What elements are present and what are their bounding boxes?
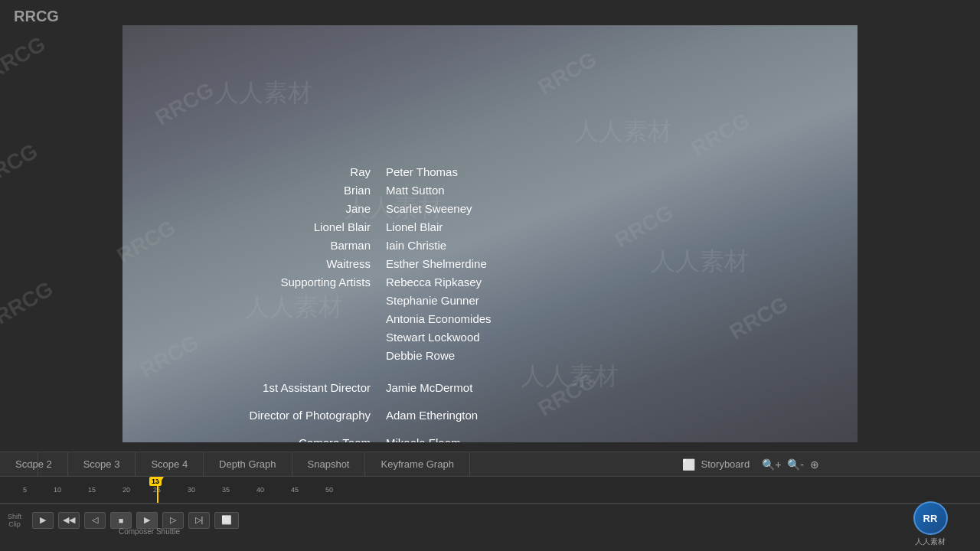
credit-row-lionel: Lionel Blair Lionel Blair	[168, 218, 812, 236]
scope1-partial: 1	[0, 452, 38, 477]
prev-frame-button[interactable]: ◀◀	[58, 512, 80, 529]
timeline-ruler[interactable]: 5 10 15 20 25 30 35 40 45 50 13	[0, 477, 980, 504]
credits-overlay: Ray Peter Thomas Brian Matt Sutton Jane …	[122, 163, 858, 442]
watermark-3: RRCG	[0, 139, 42, 192]
play-button[interactable]: ▶	[136, 512, 158, 529]
tab-scope4[interactable]: Scope 4	[136, 452, 204, 477]
credit-role-lionel: Lionel Blair	[168, 218, 383, 236]
bottom-right-logo: RR 人人素材	[888, 501, 972, 547]
storyboard-tab-label[interactable]: Storyboard	[701, 458, 750, 470]
credit-role-supporting: Supporting Artists	[168, 273, 383, 365]
logo-text: 人人素材	[915, 536, 946, 547]
tab-scope3[interactable]: Scope 3	[68, 452, 136, 477]
credit-role-brian: Brian	[168, 181, 383, 200]
ruler-mark-10: 10	[54, 477, 61, 494]
ruler-mark-35: 35	[222, 477, 230, 494]
next-mark-button[interactable]: ▷|	[188, 512, 210, 529]
watermark-1: RRCG	[0, 32, 50, 85]
credit-name-brian: Matt Sutton	[383, 181, 812, 200]
credit-row-asst-director: 1st Assistant Director Jamie McDermot	[168, 379, 812, 397]
credit-row-barman: Barman Iain Christie	[168, 236, 812, 255]
credit-name-jane: Scarlet Sweeney	[383, 200, 812, 218]
credit-role-jane: Jane	[168, 200, 383, 218]
ruler-mark-50: 50	[325, 477, 333, 494]
credit-role-barman: Barman	[168, 236, 383, 255]
storyboard-icon: ⬜	[682, 458, 695, 471]
ruler-mark-40: 40	[256, 477, 264, 494]
tab-keyframe[interactable]: Keyframe Graph	[365, 452, 469, 477]
tab-snapshot[interactable]: Snapshot	[292, 452, 366, 477]
credit-row-waitress: Waitress Esther Shelmerdine	[168, 255, 812, 273]
ruler-mark-30: 30	[188, 477, 195, 494]
spacer-2	[168, 397, 383, 406]
credit-row-supporting: Supporting Artists Rebecca Ripkasey Step…	[168, 273, 812, 365]
credit-name-waitress: Esther Shelmerdine	[383, 255, 812, 273]
credit-name-lionel: Lionel Blair	[383, 218, 812, 236]
play-back-button[interactable]: ▶	[32, 512, 54, 529]
credit-row-ray: Ray Peter Thomas	[168, 163, 812, 181]
clip-label: Clip	[8, 520, 21, 528]
credit-role-asst-director: 1st Assistant Director	[168, 379, 383, 397]
step-back-button[interactable]: ◁	[84, 512, 106, 529]
zoom-in-icon[interactable]: 🔍+	[762, 458, 781, 471]
credit-name-asst-director: Jamie McDermot	[383, 379, 812, 397]
credit-role-waitress: Waitress	[168, 255, 383, 273]
credit-role-camera: Camera Team	[168, 434, 383, 442]
spacer-3	[168, 425, 383, 434]
playhead-arrow	[156, 477, 164, 483]
credit-role-ray: Ray	[168, 163, 383, 181]
credit-names-supporting: Rebecca Ripkasey Stephanie Gunner Antoni…	[383, 273, 812, 365]
credit-row-jane: Jane Scarlet Sweeney	[168, 200, 812, 218]
zoom-fit-icon[interactable]: ⊕	[810, 458, 819, 471]
zoom-out-icon[interactable]: 🔍-	[787, 458, 804, 471]
shift-label: Shift	[8, 513, 21, 520]
ruler-mark-5: 5	[23, 477, 27, 494]
spacer-1	[168, 365, 383, 379]
credit-row-camera: Camera Team Mikaela Floom Francesco Bor.…	[168, 434, 812, 442]
stop-button[interactable]: ■	[110, 512, 132, 529]
credit-role-dop: Director of Photography	[168, 406, 383, 425]
top-logo: RRCG	[14, 8, 59, 25]
video-player: Ray Peter Thomas Brian Matt Sutton Jane …	[122, 25, 858, 442]
fullscreen-button[interactable]: ⬜	[214, 512, 239, 529]
playhead[interactable]: 13	[157, 477, 158, 503]
credit-names-camera: Mikaela Floom Francesco Bor... Bradley D…	[383, 434, 812, 442]
ruler-mark-20: 20	[122, 477, 130, 494]
scope-tabs: 1 Scope 2 Scope 3 Scope 4 Depth Graph Sn…	[0, 452, 980, 477]
credit-name-dop: Adam Etherington	[383, 406, 812, 425]
next-frame-button[interactable]: ▷	[162, 512, 184, 529]
ruler-mark-45: 45	[291, 477, 299, 494]
credit-row-dop: Director of Photography Adam Etherington	[168, 406, 812, 425]
credit-name-barman: Iain Christie	[383, 236, 812, 255]
watermark-5: RRCG	[0, 277, 57, 330]
bottom-toolbar: 1 Scope 2 Scope 3 Scope 4 Depth Graph Sn…	[0, 452, 980, 551]
credit-name-ray: Peter Thomas	[383, 163, 812, 181]
composer-shuttle-label: Composer Shuttle	[119, 527, 180, 536]
ruler-mark-15: 15	[88, 477, 96, 494]
credits-table: Ray Peter Thomas Brian Matt Sutton Jane …	[168, 163, 812, 442]
logo-rr: RR	[923, 513, 938, 524]
logo-circle: RR	[913, 501, 948, 535]
credit-row-brian: Brian Matt Sutton	[168, 181, 812, 200]
tab-depth[interactable]: Depth Graph	[204, 452, 292, 477]
